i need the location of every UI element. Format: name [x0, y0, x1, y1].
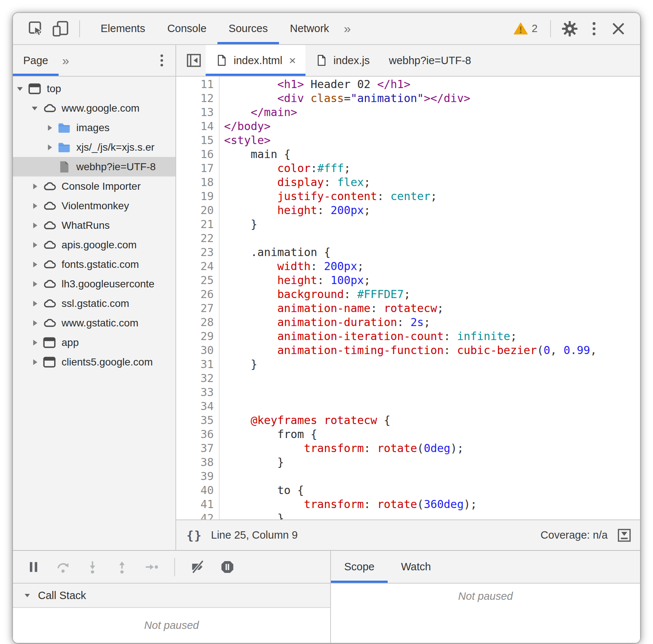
line-number[interactable]: 38 [176, 455, 214, 469]
line-number[interactable]: 13 [176, 105, 214, 119]
code-line[interactable]: justify-content: center; [224, 189, 640, 203]
line-number[interactable]: 14 [176, 119, 214, 133]
inspect-icon[interactable] [28, 20, 45, 37]
code-line[interactable]: } [224, 511, 640, 519]
line-number[interactable]: 35 [176, 413, 214, 427]
line-number[interactable]: 24 [176, 259, 214, 273]
code-line[interactable] [224, 371, 640, 385]
tree-collapsed-arrow-icon[interactable] [30, 280, 39, 288]
pause-icon[interactable] [26, 560, 41, 574]
line-number[interactable]: 25 [176, 273, 214, 287]
tree-collapsed-arrow-icon[interactable] [30, 339, 39, 347]
code-line[interactable]: } [224, 217, 640, 231]
tab-console[interactable]: Console [156, 13, 217, 44]
drawer-icon[interactable] [617, 528, 632, 543]
line-number[interactable]: 11 [176, 77, 214, 91]
tab-scope[interactable]: Scope [331, 551, 388, 583]
tab-elements[interactable]: Elements [90, 13, 156, 44]
line-number[interactable]: 40 [176, 483, 214, 497]
tree-item-apis-google-com[interactable]: apis.google.com [13, 235, 175, 255]
tab-watch[interactable]: Watch [388, 551, 444, 583]
editor-tab-index-js[interactable]: index.js [305, 45, 379, 76]
more-menu-kebab-icon[interactable] [586, 20, 603, 37]
editor-tab-index-html[interactable]: index.html× [206, 45, 305, 76]
code-line[interactable]: display: flex; [224, 175, 640, 189]
line-number-gutter[interactable]: 1112131415161718192021222324252627282930… [176, 77, 220, 519]
line-number[interactable]: 31 [176, 357, 214, 371]
tree-item-ssl-gstatic-com[interactable]: ssl.gstatic.com [13, 294, 175, 313]
tree-collapsed-arrow-icon[interactable] [45, 143, 54, 151]
line-number[interactable]: 12 [176, 91, 214, 105]
code-line[interactable] [224, 399, 640, 413]
line-number[interactable]: 28 [176, 315, 214, 329]
line-number[interactable]: 15 [176, 133, 214, 147]
tree-item-fonts-gstatic-com[interactable]: fonts.gstatic.com [13, 255, 175, 274]
tree-item-www-google-com[interactable]: www.google.com [13, 98, 175, 118]
code-line[interactable]: .animation { [224, 245, 640, 259]
line-number[interactable]: 42 [176, 511, 214, 519]
line-number[interactable]: 36 [176, 427, 214, 441]
tree-item-violentmonkey[interactable]: Violentmonkey [13, 196, 175, 216]
line-number[interactable]: 37 [176, 441, 214, 455]
tree-item-www-gstatic-com[interactable]: www.gstatic.com [13, 313, 175, 333]
line-number[interactable]: 27 [176, 301, 214, 315]
line-number[interactable]: 26 [176, 287, 214, 301]
pause-on-exceptions-icon[interactable] [220, 560, 235, 574]
code-line[interactable]: width: 200px; [224, 259, 640, 273]
tree-collapsed-arrow-icon[interactable] [30, 202, 39, 210]
tree-collapsed-arrow-icon[interactable] [30, 260, 39, 269]
code-line[interactable]: background: #FFFDE7; [224, 287, 640, 301]
toggle-navigator-icon[interactable] [186, 52, 202, 69]
code-line[interactable]: from { [224, 427, 640, 441]
code-line[interactable]: <style> [224, 133, 640, 147]
tab-close-icon[interactable]: × [289, 54, 296, 67]
tree-item-images[interactable]: images [13, 118, 175, 137]
code-line[interactable]: main { [224, 147, 640, 161]
code-line[interactable]: </main> [224, 105, 640, 119]
tree-item-console-importer[interactable]: Console Importer [13, 176, 175, 196]
tree-item-clients5-google-com[interactable]: clients5.google.com [13, 352, 175, 372]
line-number[interactable]: 39 [176, 469, 214, 483]
code-line[interactable]: transform: rotate(360deg); [224, 497, 640, 511]
tree-item-app[interactable]: app [13, 333, 175, 352]
line-number[interactable]: 33 [176, 385, 214, 399]
tree-collapsed-arrow-icon[interactable] [30, 221, 39, 230]
line-number[interactable]: 34 [176, 399, 214, 413]
line-number[interactable]: 16 [176, 147, 214, 161]
line-number[interactable]: 22 [176, 231, 214, 245]
code-line[interactable]: animation-timing-function: cubic-bezier(… [224, 343, 640, 357]
editor-tab-webhp-ie-utf-8[interactable]: webhp?ie=UTF-8 [379, 45, 481, 76]
settings-gear-icon[interactable] [561, 20, 578, 37]
tree-collapsed-arrow-icon[interactable] [30, 319, 39, 327]
tree-item-webhp-ie-utf-8[interactable]: webhp?ie=UTF-8 [13, 157, 175, 176]
deactivate-breakpoints-icon[interactable] [191, 560, 205, 574]
line-number[interactable]: 21 [176, 217, 214, 231]
tree-item-top[interactable]: top [13, 79, 175, 98]
line-number[interactable]: 32 [176, 371, 214, 385]
tree-collapsed-arrow-icon[interactable] [30, 241, 39, 249]
code-line[interactable]: <div class="animation"></div> [224, 91, 640, 105]
line-number[interactable]: 23 [176, 245, 214, 259]
call-stack-header[interactable]: Call Stack [13, 584, 330, 608]
line-number[interactable]: 19 [176, 189, 214, 203]
code-line[interactable]: animation-name: rotatecw; [224, 301, 640, 315]
line-number[interactable]: 29 [176, 329, 214, 343]
code-line[interactable]: color:#fff; [224, 161, 640, 175]
tree-collapsed-arrow-icon[interactable] [30, 300, 39, 308]
line-number[interactable]: 18 [176, 175, 214, 189]
source-code[interactable]: <h1> Header 02 </h1> <div class="animati… [220, 77, 640, 519]
tree-item-xjs-js-k-xjs-s-er[interactable]: xjs/_/js/k=xjs.s.er [13, 137, 175, 157]
code-editor[interactable]: 1112131415161718192021222324252627282930… [176, 77, 640, 519]
warning-badge[interactable]: 2 [513, 21, 538, 36]
tree-expanded-arrow-icon[interactable] [30, 104, 39, 112]
code-line[interactable]: </body> [224, 119, 640, 133]
tree-expanded-arrow-icon[interactable] [15, 85, 25, 93]
code-line[interactable] [224, 385, 640, 399]
code-line[interactable] [224, 231, 640, 245]
code-line[interactable]: transform: rotate(0deg); [224, 441, 640, 455]
pretty-print-icon[interactable]: {} [186, 528, 202, 542]
tab-page[interactable]: Page [13, 45, 59, 76]
code-line[interactable]: to { [224, 483, 640, 497]
line-number[interactable]: 17 [176, 161, 214, 175]
code-line[interactable]: animation-iteration-count: infinite; [224, 329, 640, 343]
